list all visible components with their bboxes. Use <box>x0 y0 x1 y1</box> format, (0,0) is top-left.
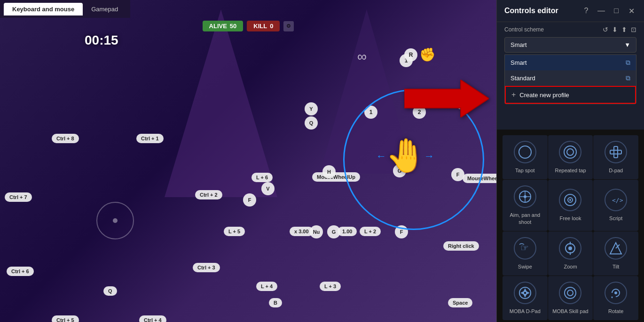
svg-line-20 <box>616 245 620 248</box>
tap-spot-label: Tap spot <box>515 167 535 174</box>
dropdown-item-smart[interactable]: Smart ⧉ <box>505 55 636 70</box>
scheme-icons: ↺ ⬇ ⬆ ⊡ <box>603 26 636 33</box>
control-scheme-label: Control scheme <box>504 26 544 33</box>
export-icon[interactable]: ⬆ <box>621 26 627 33</box>
svg-marker-25 <box>526 291 530 295</box>
control-script[interactable]: </> Script <box>593 180 638 231</box>
control-zoom[interactable]: Zoom <box>548 231 593 276</box>
key-circle-v[interactable]: V <box>261 182 275 195</box>
control-tilt[interactable]: Tilt <box>593 231 638 276</box>
key-badge-l3[interactable]: L + 3 <box>320 282 341 291</box>
control-swipe[interactable]: ☞ Swipe <box>503 231 548 276</box>
rotate-icon <box>605 282 627 304</box>
key-circle-h[interactable]: H <box>322 165 336 178</box>
controls-editor-panel: Controls editor ? — □ ✕ Control scheme ↺… <box>496 0 644 322</box>
scheme-dropdown-wrapper: Smart ▼ Smart ⧉ Standard ⧉ + Create new … <box>497 35 644 54</box>
key-badge-space[interactable]: Space <box>448 298 472 307</box>
r-badge[interactable]: R ✊ <box>404 47 436 62</box>
tab-keyboard-mouse[interactable]: Keyboard and mouse <box>4 3 83 15</box>
tab-bar: Keyboard and mouse Gamepad <box>0 0 130 18</box>
settings-icon[interactable]: ⚙ <box>283 21 294 31</box>
control-moba-skill[interactable]: MOBA Skill pad <box>548 276 593 320</box>
hud-alive: ALIVE 50 <box>203 21 243 31</box>
control-dpad[interactable]: D-pad <box>593 135 638 179</box>
panel-header: Controls editor ? — □ ✕ <box>497 0 644 22</box>
key-badge-ctrl6[interactable]: Ctrl + 6 <box>7 267 34 276</box>
infinity-icon: ∞ <box>357 49 367 64</box>
key-badge-ctrl1[interactable]: Ctrl + 1 <box>136 134 164 143</box>
key-badge-ctrl2[interactable]: Ctrl + 2 <box>195 190 222 199</box>
key-circle-y[interactable]: Y <box>305 102 318 115</box>
control-free-look[interactable]: Free look <box>548 180 593 231</box>
control-rotate[interactable]: Rotate <box>593 276 638 320</box>
minimize-icon[interactable]: — <box>596 6 606 16</box>
svg-point-3 <box>567 149 573 155</box>
help-icon[interactable]: ? <box>581 6 591 16</box>
key-badge-l6[interactable]: L + 6 <box>251 173 273 182</box>
joystick-area[interactable] <box>96 202 134 239</box>
import-icon[interactable]: ⬇ <box>612 26 618 33</box>
svg-text:☞: ☞ <box>520 243 529 253</box>
control-tap-spot[interactable]: Tap spot <box>503 135 548 179</box>
control-moba-dpad[interactable]: MOBA D-Pad <box>503 276 548 320</box>
close-icon[interactable]: ✕ <box>626 6 636 16</box>
key-circle-nu[interactable]: Nu <box>310 225 323 238</box>
key-badge-l4[interactable]: L + 4 <box>256 282 277 291</box>
svg-point-27 <box>567 290 573 296</box>
red-arrow <box>404 80 489 119</box>
key-badge-rightclick[interactable]: Right click <box>443 241 479 251</box>
dpad-label: D-pad <box>609 167 623 174</box>
swipe-label: Swipe <box>518 263 532 270</box>
key-circle-f1[interactable]: F <box>243 193 256 207</box>
key-circle-g2[interactable]: G <box>327 225 340 238</box>
zoom-label: Zoom <box>564 263 577 270</box>
key-badge-ctrl5[interactable]: Ctrl + 5 <box>52 315 79 322</box>
key-badge-value1[interactable]: 1.00 <box>338 227 357 236</box>
svg-marker-28 <box>611 297 613 299</box>
free-look-icon <box>559 189 581 211</box>
dropdown-item-smart-label: Smart <box>510 59 527 66</box>
script-icon: </> <box>605 189 627 211</box>
scheme-selected: Smart <box>510 41 527 48</box>
copy-icon[interactable]: ⊡ <box>631 26 636 33</box>
kill-count: 0 <box>270 23 273 30</box>
tap-spot-icon <box>514 141 536 163</box>
key-circle-q[interactable]: Q <box>305 116 318 130</box>
key-badge-ctrl7[interactable]: Ctrl + 7 <box>5 192 32 202</box>
svg-marker-24 <box>520 291 524 295</box>
dropdown-item-standard[interactable]: Standard ⧉ <box>505 70 636 86</box>
aim-pan-shoot-icon <box>514 185 536 208</box>
control-repeated-tap[interactable]: Repeated tap <box>548 135 593 179</box>
key-badge-q[interactable]: Q <box>103 286 117 296</box>
key-badge-ctrl8[interactable]: Ctrl + 8 <box>52 134 79 143</box>
maximize-icon[interactable]: □ <box>611 6 621 16</box>
moba-dpad-label: MOBA D-Pad <box>510 308 541 314</box>
svg-point-16 <box>568 246 572 250</box>
num-circle-r[interactable]: R <box>404 48 417 61</box>
tilt-icon <box>605 237 627 260</box>
scheme-dropdown[interactable]: Smart ▼ <box>504 37 636 53</box>
svg-point-12 <box>569 199 571 201</box>
create-new-profile-button[interactable]: + Create new profile <box>505 86 636 104</box>
dpad-icon <box>605 141 627 163</box>
key-badge-b[interactable]: B <box>269 298 282 307</box>
right-arrow: → <box>424 150 434 162</box>
plus-icon: + <box>511 91 516 99</box>
tab-gamepad[interactable]: Gamepad <box>83 3 126 15</box>
bg-triangle1 <box>165 9 277 197</box>
create-new-profile-label: Create new profile <box>519 92 569 99</box>
zoom-icon <box>559 237 581 260</box>
refresh-icon[interactable]: ↺ <box>603 26 608 33</box>
key-badge-l2[interactable]: L + 2 <box>360 227 381 236</box>
alive-label: ALIVE <box>209 23 227 30</box>
key-badge-ctrl3[interactable]: Ctrl + 3 <box>193 263 220 272</box>
control-aim-pan-shoot[interactable]: Aim, pan and shoot <box>503 180 548 231</box>
key-badge-ctrl4[interactable]: Ctrl + 4 <box>139 315 166 322</box>
svg-point-29 <box>614 291 617 294</box>
fist-icon-top: ✊ <box>419 47 436 62</box>
panel-title: Controls editor <box>504 7 558 15</box>
key-badge-l5[interactable]: L + 5 <box>224 227 245 236</box>
svg-point-1 <box>519 146 531 158</box>
moba-skill-label: MOBA Skill pad <box>552 308 588 314</box>
joystick-dot <box>113 218 118 223</box>
